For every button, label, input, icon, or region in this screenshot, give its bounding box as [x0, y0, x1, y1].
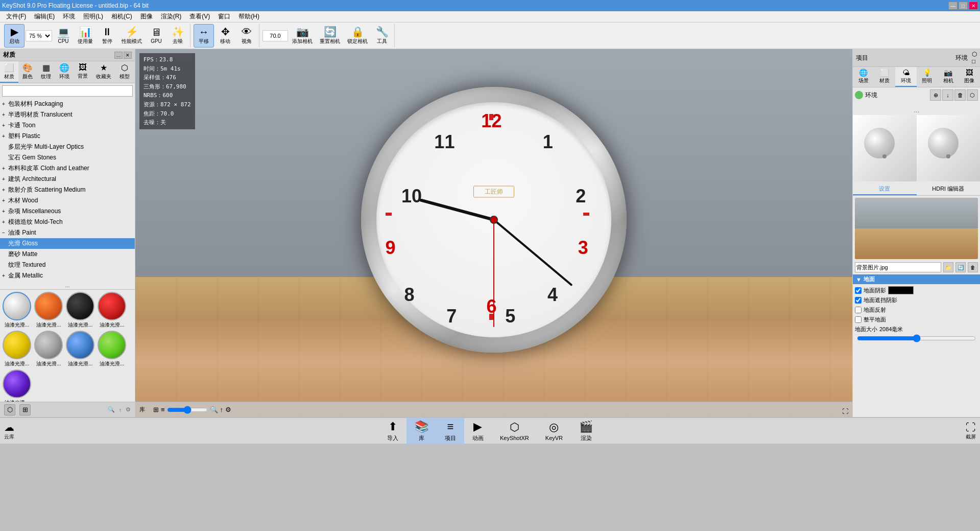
tree-scattering[interactable]: +散射介质 Scattering Medium — [0, 184, 135, 195]
reset-camera-btn[interactable]: 🔄 重置相机 — [317, 24, 343, 48]
tree-metallic[interactable]: +金属 Metallic — [0, 270, 135, 281]
right-panel-more-btn[interactable]: ⬡ — [972, 51, 977, 58]
ground-shadow-color[interactable] — [888, 286, 914, 294]
cpu-btn[interactable]: 💻 CPU — [53, 24, 74, 48]
vp-fullscreen-btn[interactable]: ⛶ — [842, 408, 848, 415]
mat-bottom-search[interactable]: 🔍 — [108, 406, 115, 413]
tree-architectural[interactable]: +建筑 Architectural — [0, 174, 135, 184]
nav-library-btn[interactable]: 📚 库 — [407, 418, 437, 444]
env-add-btn[interactable]: ⊕ — [930, 89, 941, 101]
env-delete-btn[interactable]: 🗑 — [954, 89, 966, 101]
bg-file-delete-btn[interactable]: 🗑 — [968, 262, 978, 272]
nav-animation-btn[interactable]: ▶ 动画 — [464, 418, 492, 444]
nav-keyvr-btn[interactable]: ◎ KeyVR — [537, 418, 571, 444]
tree-translucent[interactable]: +半透明材质 Translucent — [0, 109, 135, 120]
bg-file-refresh-btn[interactable]: 🔄 — [955, 262, 966, 272]
tab-bg[interactable]: 🖼 背景 — [74, 61, 92, 83]
vp-list-btn[interactable]: ≡ — [161, 406, 165, 414]
menu-help[interactable]: 帮助(H) — [234, 11, 264, 22]
translate-btn[interactable]: ↔ 平移 — [194, 24, 214, 48]
menu-render[interactable]: 渲染(R) — [157, 11, 186, 22]
tree-moldtech[interactable]: +模德造纹 Mold-Tech — [0, 217, 135, 227]
right-tab-image[interactable]: 🖼 图像 — [959, 67, 981, 87]
right-tab-camera[interactable]: 📷 相机 — [938, 67, 959, 87]
tree-gemstones[interactable]: 宝石 Gem Stones — [0, 152, 135, 163]
menu-view[interactable]: 查看(V) — [185, 11, 214, 22]
tree-plastic[interactable]: +塑料 Plastic — [0, 131, 135, 142]
denoise-btn[interactable]: ✨ 去噪 — [168, 24, 188, 48]
cloud-library-btn[interactable]: ☁ 云库 — [0, 419, 18, 443]
view-btn[interactable]: 👁 视角 — [236, 24, 257, 48]
vp-up-btn[interactable]: ↑ — [220, 406, 224, 414]
thumb-green[interactable]: 油漆光滑... — [97, 331, 127, 367]
right-tab-env[interactable]: 🌤 环境 — [895, 67, 917, 87]
tree-matte[interactable]: 磨砂 Matte — [0, 249, 135, 260]
mat-bottom-btn1[interactable]: ⬡ — [4, 404, 15, 415]
right-tab-lighting[interactable]: 💡 照明 — [917, 67, 938, 87]
ground-size-slider[interactable] — [857, 334, 976, 342]
menu-edit[interactable]: 编辑(E) — [30, 11, 59, 22]
tree-gloss[interactable]: 光滑 Gloss — [0, 238, 135, 249]
zoom-select[interactable]: 75 % — [26, 30, 52, 41]
mat-bottom-btn2[interactable]: ⊞ — [19, 404, 31, 415]
panel-more-btn[interactable]: … — [114, 52, 123, 59]
vp-search-btn[interactable]: 🔍 — [210, 406, 218, 414]
env-sub-settings[interactable]: 设置 — [853, 183, 917, 195]
search-input[interactable] — [2, 85, 133, 97]
add-camera-btn[interactable]: 📷 添加相机 — [289, 24, 316, 48]
thumb-red[interactable]: 油漆光滑... — [97, 292, 127, 329]
vp-grid-btn[interactable]: ⊞ — [153, 406, 159, 414]
menu-file[interactable]: 文件(F) — [2, 11, 30, 22]
tree-paint[interactable]: −油漆 Paint — [0, 227, 135, 238]
env-sub-hdri-editor[interactable]: HDRI 编辑器 — [917, 183, 981, 195]
menu-image[interactable]: 图像 — [136, 11, 157, 22]
thumb-orange[interactable]: 油漆光滑... — [34, 292, 63, 329]
perf-mode-btn[interactable]: ⚡ 性能模式 — [118, 24, 145, 48]
ground-occ-shadow-check[interactable] — [855, 297, 862, 304]
angle-input[interactable] — [262, 30, 288, 41]
vp-options-btn[interactable]: ⚙ — [225, 406, 231, 414]
right-tab-scene[interactable]: 🌐 场景 — [853, 67, 874, 87]
tree-packaging[interactable]: +包装材料 Packaging — [0, 99, 135, 109]
tab-fav[interactable]: ★ 收藏夹 — [92, 61, 115, 83]
tree-cloth[interactable]: +布料和皮革 Cloth and Leather — [0, 163, 135, 174]
maximize-button[interactable]: □ — [959, 2, 968, 10]
mat-bottom-up[interactable]: ↑ — [119, 407, 122, 413]
env-corner-btn[interactable]: ⬡ — [967, 89, 978, 101]
thumb-blue[interactable]: 油漆光滑... — [65, 331, 95, 367]
minimize-button[interactable]: — — [948, 2, 958, 10]
bg-file-folder-btn[interactable]: 📁 — [943, 262, 953, 272]
tree-multilayer[interactable]: 多层光学 Multi-Layer Optics — [0, 142, 135, 152]
tree-misc[interactable]: +杂项 Miscellaneous — [0, 206, 135, 217]
nav-keyshotxr-btn[interactable]: ⬡ KeyShotXR — [492, 418, 537, 444]
thumb-purple[interactable]: 油漆光滑... — [2, 370, 32, 402]
mode-start-btn[interactable]: ▶ 启动 — [4, 24, 25, 48]
ground-shadow-check[interactable] — [855, 287, 862, 294]
screenshot-btn[interactable]: ⛶ 截屏 — [962, 420, 980, 443]
tree-textured[interactable]: 纹理 Textured — [0, 260, 135, 270]
close-button[interactable]: ✕ — [969, 2, 978, 10]
tab-material[interactable]: ⬜ 材质 — [0, 61, 18, 83]
tab-color[interactable]: 🎨 颜色 — [18, 61, 37, 83]
usage-btn[interactable]: 📊 使用量 — [75, 24, 96, 48]
nav-render-btn[interactable]: 🎬 渲染 — [571, 418, 601, 444]
menu-lighting[interactable]: 照明(L) — [79, 11, 107, 22]
nav-import-btn[interactable]: ⬆ 导入 — [379, 418, 407, 444]
thumb-white[interactable]: 油漆光滑... — [2, 292, 32, 329]
viewport[interactable]: 12 1 2 3 4 5 6 7 8 9 10 11 — [135, 49, 852, 417]
gpu-btn[interactable]: 🖥 GPU — [146, 24, 166, 48]
ground-reflect-check[interactable] — [855, 307, 862, 313]
env-import-btn[interactable]: ↓ — [942, 89, 953, 101]
pause-btn[interactable]: ⏸ 暂停 — [97, 24, 117, 48]
mat-bottom-settings[interactable]: ⚙ — [126, 406, 131, 413]
thumb-black[interactable]: 油漆光滑... — [65, 292, 95, 329]
bg-file-input[interactable] — [855, 262, 941, 272]
tree-wood[interactable]: +木材 Wood — [0, 195, 135, 206]
lock-camera-btn[interactable]: 🔒 锁定相机 — [344, 24, 371, 48]
tab-texture[interactable]: ▦ 纹理 — [37, 61, 55, 83]
tree-toon[interactable]: +卡通 Toon — [0, 120, 135, 131]
thumb-yellow[interactable]: 油漆光滑... — [2, 331, 32, 367]
panel-close-btn[interactable]: ✕ — [124, 52, 132, 59]
menu-camera[interactable]: 相机(C) — [107, 11, 136, 22]
tab-env[interactable]: 🌐 环境 — [55, 61, 74, 83]
